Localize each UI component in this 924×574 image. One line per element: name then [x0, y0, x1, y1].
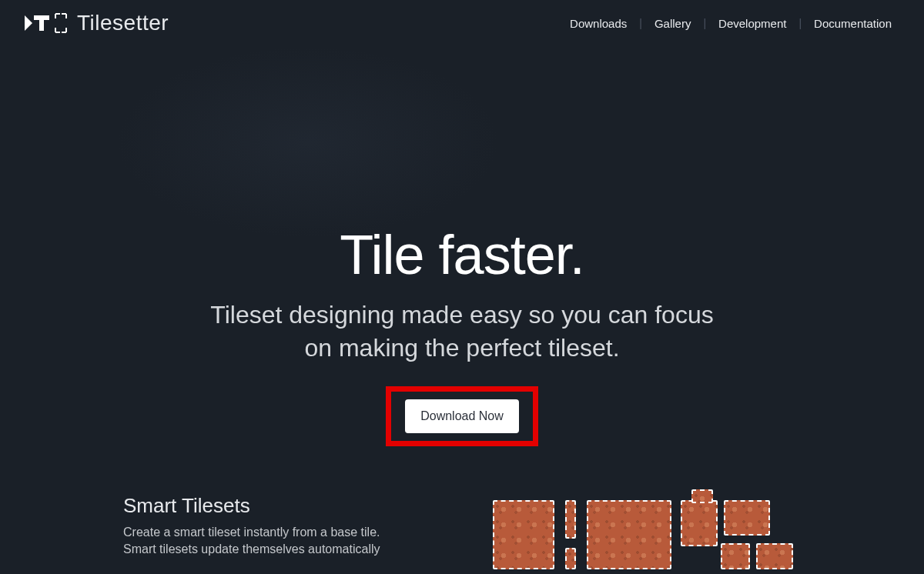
nav-divider: |	[797, 17, 803, 29]
hero-subtitle: Tileset designing made easy so you can f…	[200, 299, 724, 365]
nav-development[interactable]: Development	[708, 17, 797, 30]
site-header: Tilesetter Downloads | Gallery | Develop…	[0, 0, 924, 46]
main-nav: Downloads | Gallery | Development | Docu…	[559, 17, 902, 30]
smart-title: Smart Tilesets	[123, 494, 385, 518]
svg-rect-0	[34, 15, 49, 20]
nav-divider: |	[701, 17, 708, 29]
smart-text-block: Smart Tilesets Create a smart tileset in…	[123, 489, 385, 557]
nav-gallery[interactable]: Gallery	[644, 17, 702, 30]
cta-highlight-box: Download Now	[386, 386, 538, 446]
smart-description: Create a smart tileset instantly from a …	[123, 524, 385, 557]
logo-icon	[22, 12, 68, 35]
download-now-button[interactable]: Download Now	[405, 399, 519, 433]
brand-name: Tilesetter	[77, 11, 169, 35]
nav-documentation[interactable]: Documentation	[803, 17, 902, 30]
nav-downloads[interactable]: Downloads	[559, 17, 638, 30]
svg-rect-1	[39, 20, 44, 31]
tileset-preview-image	[493, 489, 801, 574]
hero-title: Tile faster.	[340, 223, 584, 286]
nav-divider: |	[638, 17, 644, 29]
smart-tilesets-section: Smart Tilesets Create a smart tileset in…	[0, 489, 924, 574]
hero-section: Tile faster. Tileset designing made easy…	[0, 46, 924, 446]
logo-area[interactable]: Tilesetter	[22, 11, 169, 35]
